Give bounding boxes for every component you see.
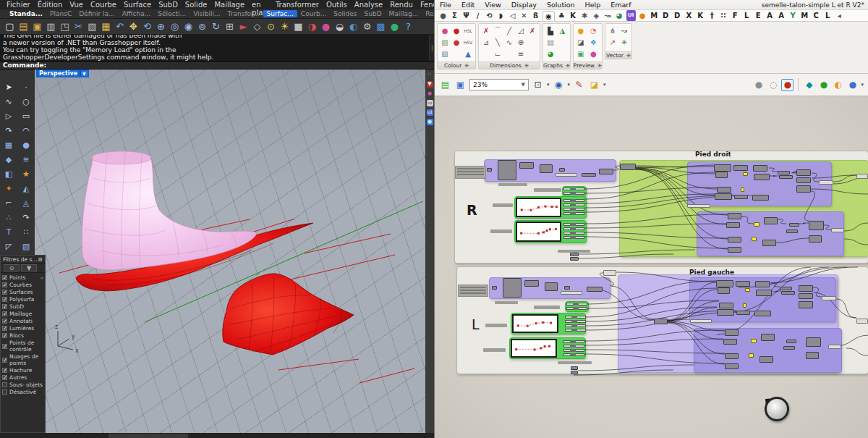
filter-item[interactable]: Désactivé (2, 389, 43, 395)
palette-tool-icon-7[interactable]: ◠ (17, 123, 35, 138)
component-node[interactable] (587, 287, 603, 292)
filter-item[interactable]: ✓Polysurfa (2, 296, 43, 303)
palette-tool-icon-3[interactable]: ○ (17, 94, 35, 109)
canvas-note[interactable] (455, 166, 486, 179)
graph-mapper[interactable] (516, 198, 561, 217)
component-node[interactable] (755, 281, 770, 287)
palette-tool-icon-0[interactable]: ➤ (0, 80, 17, 94)
slider-knob[interactable] (573, 307, 579, 310)
gh-menu-item-file[interactable]: File (435, 1, 456, 9)
slider-knob[interactable] (570, 223, 576, 226)
slider-knob[interactable] (570, 192, 576, 195)
dot-cluster-icon[interactable]: ● (587, 48, 599, 59)
component-tab-22[interactable]: K (696, 11, 705, 20)
component-node[interactable] (716, 280, 733, 287)
component-tab-13[interactable]: ◈ (592, 11, 601, 20)
component-node[interactable] (728, 237, 741, 243)
component-node[interactable] (806, 337, 821, 347)
filter-tab-icon[interactable]: ⊙ (4, 264, 20, 271)
component-node[interactable] (582, 173, 596, 177)
component-node[interactable] (654, 319, 668, 324)
slider-knob[interactable] (570, 199, 576, 202)
filter-checkbox[interactable]: ✓ (2, 358, 7, 363)
gradient2-icon[interactable]: ▧ (439, 48, 451, 59)
menu-item-fichier[interactable]: Fichier (3, 1, 34, 9)
palette-tool-icon-4[interactable]: ▷ (0, 109, 17, 123)
blank-icon[interactable] (480, 48, 492, 59)
component-node[interactable] (856, 319, 868, 324)
gradient-square-icon[interactable]: ▧ (439, 36, 451, 48)
component-tab-29[interactable]: A (777, 11, 786, 20)
component-node[interactable] (717, 309, 734, 316)
palette-tool-icon-13[interactable]: ★ (17, 167, 35, 181)
component-tab-27[interactable]: E (754, 11, 763, 20)
number-slider[interactable] (563, 188, 584, 190)
component-node[interactable] (603, 270, 616, 276)
slider-knob[interactable] (571, 316, 577, 319)
component-node[interactable] (718, 287, 730, 294)
toolbar-icon-2[interactable]: ▣ (30, 20, 44, 33)
toolbar-tab[interactable]: Maillag... (386, 10, 422, 17)
component-tab-4[interactable]: ⟲ (485, 11, 494, 20)
toolbar-icon-24[interactable]: ◒ (333, 20, 346, 33)
preview-cluster-icon[interactable]: ❖ (587, 36, 599, 48)
component-node[interactable] (690, 319, 712, 323)
toolbar-icon-28[interactable]: ● (388, 20, 401, 33)
filter-checkbox[interactable]: ✓ (2, 344, 7, 349)
color-wheel-icon[interactable]: ● (439, 25, 451, 36)
slider-knob[interactable] (570, 188, 576, 190)
component-tab-5[interactable]: ◗ (496, 11, 506, 20)
filter-item[interactable]: ✓Points de contrôle (2, 340, 43, 353)
palette-tool-icon-11[interactable]: ≋ (17, 152, 35, 167)
toolbar-icon-23[interactable]: ● (319, 20, 333, 33)
number-slider[interactable] (563, 340, 584, 343)
toolbar-icon-10[interactable]: ⟲ (140, 20, 154, 33)
pie-chart-icon[interactable]: ◕ (545, 48, 556, 59)
filter-item[interactable]: ✓Blocs (2, 332, 43, 339)
mesh-quality4-button[interactable]: ● (846, 79, 859, 91)
component-tab-9[interactable]: ◉ (542, 11, 555, 22)
component-tab-0[interactable]: ● (438, 11, 448, 20)
filter-checkbox[interactable]: ✓ (2, 368, 7, 373)
tag-icon[interactable]: ⊿ (480, 36, 492, 48)
notification-icon[interactable]: ● (427, 119, 433, 125)
component-tab-15[interactable]: ◕ (615, 11, 624, 20)
component-node[interactable] (725, 353, 739, 359)
ribbon-expand-icon[interactable]: ✚ (524, 63, 529, 69)
number-slider[interactable] (563, 208, 584, 211)
filter-item[interactable]: ✓Lumières (2, 325, 43, 332)
number-slider[interactable] (565, 316, 586, 319)
toolbar-icon-12[interactable]: ◎ (168, 20, 182, 33)
list-compare-icon[interactable]: ⋔ (607, 25, 618, 36)
preview-eye-button-dropdown-icon[interactable]: ▾ (568, 82, 571, 88)
filter-checkbox[interactable]: ✓ (2, 282, 7, 287)
palette-tool-icon-17[interactable]: ◬ (17, 195, 35, 210)
component-node[interactable] (519, 162, 534, 169)
component-node[interactable] (715, 172, 728, 178)
component-node[interactable] (752, 195, 769, 201)
component-node[interactable] (799, 285, 813, 292)
palette-tool-icon-22[interactable]: ◸ (0, 239, 17, 253)
filter-checkbox[interactable]: ✓ (2, 311, 7, 316)
display-monitor-icon[interactable]: ▭ (427, 100, 433, 106)
component-tab-21[interactable]: X (684, 11, 694, 20)
component-tab-26[interactable]: L (742, 11, 752, 20)
command-input[interactable]: Commande: (0, 62, 434, 70)
panel-node[interactable] (754, 222, 760, 227)
component-node[interactable] (754, 311, 771, 316)
arc-dim-icon[interactable]: ⌒ (492, 25, 503, 36)
paint-bucket-button[interactable]: ◪ (588, 79, 600, 91)
toolbar-icon-9[interactable]: ✥ (127, 20, 140, 33)
filter-item[interactable]: ✓Autres (2, 374, 43, 381)
number-slider[interactable] (563, 227, 584, 230)
ribbon-expand-icon[interactable]: ✚ (626, 53, 631, 59)
component-node[interactable] (733, 165, 748, 171)
hsv-icon[interactable]: HSV (462, 36, 474, 48)
toolbar-tab[interactable]: SubD (361, 10, 386, 17)
toolbar-icon-15[interactable]: ↻ (209, 20, 223, 33)
menu-item-vue[interactable]: Vue (66, 1, 87, 9)
toolbar-icon-26[interactable]: ⚙ (360, 20, 374, 33)
histogram-icon[interactable]: ▙ (545, 25, 556, 36)
mesh-quality1-button[interactable]: ◆ (803, 79, 815, 91)
panel-node[interactable] (752, 237, 757, 241)
